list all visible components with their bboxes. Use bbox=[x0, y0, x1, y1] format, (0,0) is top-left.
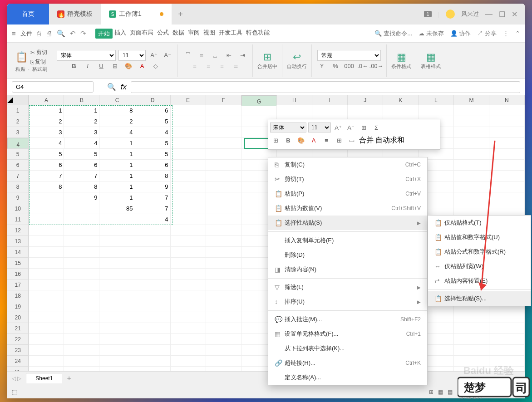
sub-transpose[interactable]: ⇄粘贴内容转置(E) bbox=[428, 274, 531, 288]
cell[interactable] bbox=[206, 225, 241, 236]
indent-dec-icon[interactable]: ⇤ bbox=[223, 50, 234, 61]
row-header[interactable]: 7 bbox=[7, 171, 29, 181]
col-header[interactable]: J bbox=[348, 95, 383, 105]
cell[interactable] bbox=[171, 116, 206, 127]
zoom-icon[interactable]: 🔍 bbox=[107, 83, 116, 91]
paste-icon[interactable]: 📋 bbox=[15, 51, 28, 63]
cell[interactable]: 2 bbox=[29, 116, 64, 127]
cell[interactable] bbox=[206, 356, 241, 367]
mini-fill-icon[interactable]: 🎨 bbox=[296, 135, 306, 146]
row-header[interactable]: 2 bbox=[7, 116, 29, 127]
cell[interactable]: 1 bbox=[99, 181, 135, 192]
row-header[interactable]: 18 bbox=[7, 290, 29, 301]
ctx-comment[interactable]: 💬插入批注(M)...Shift+F2 bbox=[268, 312, 427, 327]
cell[interactable] bbox=[99, 367, 135, 371]
cell[interactable] bbox=[206, 171, 241, 181]
share-button[interactable]: ↗ 分享 bbox=[477, 29, 497, 38]
cell[interactable] bbox=[29, 269, 64, 279]
cell[interactable] bbox=[206, 127, 241, 138]
cell[interactable] bbox=[171, 323, 206, 334]
row-header[interactable]: 14 bbox=[7, 247, 29, 258]
ctx-paste[interactable]: 📋粘贴(P)Ctrl+V bbox=[268, 186, 427, 201]
number-format-select[interactable]: 常规 bbox=[317, 50, 381, 61]
cell[interactable]: 8 bbox=[29, 181, 64, 192]
cell[interactable] bbox=[135, 301, 171, 312]
ctx-delete[interactable]: 删除(D) bbox=[268, 248, 427, 262]
cell[interactable] bbox=[135, 236, 171, 247]
table-style-icon[interactable]: ▦ bbox=[426, 51, 436, 63]
increase-font-icon[interactable]: A⁺ bbox=[148, 50, 159, 61]
cell[interactable] bbox=[206, 345, 241, 356]
cell[interactable] bbox=[64, 345, 99, 356]
cell[interactable] bbox=[171, 105, 206, 116]
cell[interactable] bbox=[29, 323, 64, 334]
cell[interactable] bbox=[99, 258, 135, 269]
col-header[interactable]: F bbox=[206, 95, 241, 105]
cell[interactable] bbox=[489, 334, 525, 345]
cell[interactable] bbox=[206, 247, 241, 258]
row-header[interactable]: 8 bbox=[7, 181, 29, 192]
cell[interactable] bbox=[135, 258, 171, 269]
cell[interactable]: 9 bbox=[64, 192, 99, 203]
collapse-ribbon-icon[interactable]: ⌃ bbox=[515, 30, 520, 37]
cell[interactable] bbox=[454, 181, 489, 192]
cell[interactable]: 4 bbox=[99, 127, 135, 138]
ribbon-tab-layout[interactable]: 页面布局 bbox=[128, 29, 155, 39]
ribbon-tab-data[interactable]: 数据 bbox=[171, 29, 186, 39]
cell[interactable] bbox=[454, 127, 489, 138]
clear-fmt-button[interactable]: ◇ bbox=[150, 61, 161, 72]
sub-value-num[interactable]: 📋粘贴值和数字格式(U) bbox=[428, 230, 531, 245]
cell[interactable] bbox=[454, 116, 489, 127]
ctx-define-name[interactable]: 定义名称(A)... bbox=[268, 370, 427, 385]
ctx-filter[interactable]: ▽筛选(L)▶ bbox=[268, 280, 427, 294]
cell[interactable] bbox=[489, 138, 525, 149]
cell[interactable] bbox=[29, 247, 64, 258]
cell[interactable]: 5 bbox=[64, 149, 99, 160]
ctx-dropdown[interactable]: 从下拉列表中选择(K)... bbox=[268, 341, 427, 356]
cell[interactable] bbox=[241, 105, 277, 116]
cell[interactable]: 6 bbox=[64, 160, 99, 171]
format-painter[interactable]: 格式刷 bbox=[32, 66, 47, 73]
cell[interactable] bbox=[489, 116, 525, 127]
cell[interactable] bbox=[489, 312, 525, 323]
cell[interactable]: 1 bbox=[99, 149, 135, 160]
cell[interactable] bbox=[135, 290, 171, 301]
add-sheet-button[interactable]: + bbox=[67, 374, 71, 382]
cell[interactable]: 5 bbox=[135, 138, 171, 149]
cell[interactable] bbox=[454, 312, 489, 323]
cell[interactable]: 4 bbox=[64, 138, 100, 149]
cell[interactable] bbox=[29, 312, 64, 323]
cell[interactable] bbox=[171, 258, 206, 269]
cell[interactable] bbox=[99, 290, 135, 301]
col-header[interactable]: D bbox=[135, 95, 171, 105]
ctx-insert-copied[interactable]: 插入复制单元格(E) bbox=[268, 233, 427, 248]
save-icon[interactable]: ⎙ bbox=[37, 29, 41, 37]
cell[interactable] bbox=[64, 203, 99, 214]
cell[interactable] bbox=[206, 192, 241, 203]
cell[interactable] bbox=[489, 345, 525, 356]
cell[interactable] bbox=[64, 323, 99, 334]
row-header[interactable]: 10 bbox=[7, 203, 29, 214]
cell[interactable] bbox=[64, 236, 99, 247]
paste-label[interactable]: 粘贴 bbox=[15, 66, 25, 73]
cell[interactable] bbox=[206, 149, 241, 160]
close-button[interactable]: ✕ bbox=[512, 10, 517, 19]
cell[interactable] bbox=[206, 236, 241, 247]
col-header[interactable]: C bbox=[99, 95, 135, 105]
cell[interactable] bbox=[454, 171, 489, 181]
row-header[interactable]: 6 bbox=[7, 160, 29, 171]
cell[interactable] bbox=[135, 334, 171, 345]
cell[interactable]: 5 bbox=[29, 149, 64, 160]
tab-home[interactable]: 首页 bbox=[7, 4, 49, 25]
ctx-cut[interactable]: ✂剪切(T)Ctrl+X bbox=[268, 172, 427, 186]
sub-col-width[interactable]: ↔仅粘贴列宽(W) bbox=[428, 259, 531, 274]
align-right-icon[interactable]: ≡ bbox=[217, 61, 227, 72]
view-normal-icon[interactable]: ⊞ bbox=[429, 389, 433, 395]
sub-format-only[interactable]: 📋仅粘贴格式(T) bbox=[428, 216, 531, 230]
cell[interactable] bbox=[99, 214, 135, 225]
row-header[interactable]: 13 bbox=[7, 236, 29, 247]
cell[interactable] bbox=[171, 214, 206, 225]
tab-workbook[interactable]: S工作簿1 bbox=[101, 4, 172, 25]
cell[interactable] bbox=[29, 214, 64, 225]
cell[interactable] bbox=[29, 356, 64, 367]
